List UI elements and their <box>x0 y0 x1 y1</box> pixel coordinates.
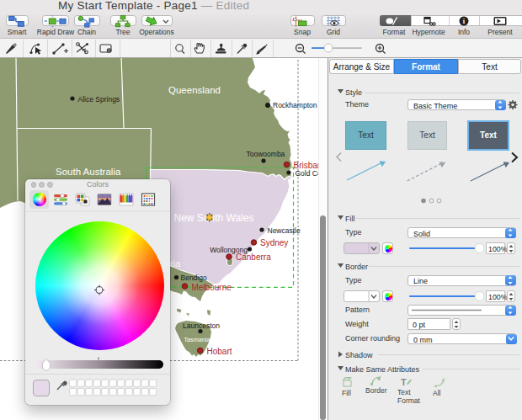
svg-text:Melbourne: Melbourne <box>192 283 232 292</box>
svg-text:Toowoomba: Toowoomba <box>247 150 285 158</box>
svg-text:Tasmania: Tasmania <box>184 336 210 343</box>
svg-text:New South Wales: New South Wales <box>174 212 254 224</box>
svg-text:T: T <box>401 377 407 387</box>
svg-text:Gold Coast: Gold Coast <box>296 169 319 178</box>
svg-text:Launceston: Launceston <box>183 322 220 330</box>
svg-text:Newcastle: Newcastle <box>268 226 301 235</box>
svg-text:Alice Springs: Alice Springs <box>78 95 120 104</box>
svg-text:Sydney: Sydney <box>260 238 288 247</box>
svg-text:Queensland: Queensland <box>168 85 221 95</box>
svg-text:Hobart: Hobart <box>207 347 232 356</box>
svg-text:South Australia: South Australia <box>56 167 121 177</box>
svg-text:Brisbane: Brisbane <box>294 161 319 170</box>
svg-text:Canberra: Canberra <box>236 253 271 262</box>
svg-text:Rockhampton: Rockhampton <box>273 101 317 109</box>
svg-text:Bendigo: Bendigo <box>181 274 207 282</box>
